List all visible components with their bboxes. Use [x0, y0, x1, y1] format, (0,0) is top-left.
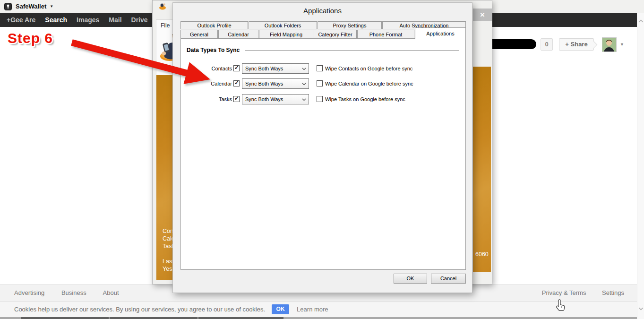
cookie-message: Cookies help us deliver our services. By…: [14, 306, 265, 313]
nav-item-gee-are[interactable]: +Gee Are: [7, 16, 35, 24]
app-orange-panel-right: 6060: [473, 67, 491, 272]
calendar-sync-mode-value: Sync Both Ways: [245, 81, 283, 86]
nav-item-search[interactable]: Search: [45, 16, 67, 24]
avatar[interactable]: [602, 37, 617, 52]
step-annotation: Step 6: [8, 30, 53, 46]
tab-proxy-settings[interactable]: Proxy Settings: [318, 21, 382, 29]
check-icon: ✓: [234, 79, 239, 86]
applications-dialog: Applications Outlook Profile Outlook Fol…: [172, 2, 472, 293]
scroll-up-icon[interactable]: [638, 19, 644, 23]
dialog-panel: Data Types To Sync Contacts ✓ Sync Both …: [180, 38, 466, 270]
tab-phone-format[interactable]: Phone Format: [357, 30, 414, 39]
cookie-learn-more-link[interactable]: Learn more: [297, 306, 328, 313]
check-icon: ✓: [234, 95, 239, 102]
footer-link-privacy-terms[interactable]: Privacy & Terms: [542, 289, 586, 296]
page-scrollbar[interactable]: [637, 13, 644, 319]
safewallet-lock-icon: [4, 3, 12, 10]
tasks-sync-mode-value: Sync Both Ways: [245, 96, 283, 102]
close-icon[interactable]: ✕: [473, 9, 492, 21]
tab-outlook-folders[interactable]: Outlook Folders: [249, 21, 317, 29]
sync-row-calendar: Calendar ✓ Sync Both Ways Wipe Calendar …: [181, 78, 465, 90]
tab-field-mapping[interactable]: Field Mapping: [259, 30, 313, 39]
share-button-label: + Share: [565, 41, 587, 48]
footer-links-right: Privacy & Terms Settings: [528, 285, 624, 302]
redacted-text-bar: [488, 39, 536, 49]
file-menu[interactable]: File: [161, 22, 170, 29]
scroll-down-icon[interactable]: [638, 307, 644, 310]
app-phone-number-fragment: 6060: [475, 251, 489, 258]
tasks-checkbox[interactable]: ✓: [233, 96, 240, 102]
nav-item-mail[interactable]: Mail: [109, 16, 121, 24]
tab-calendar[interactable]: Calendar: [218, 30, 258, 39]
chevron-down-icon[interactable]: ▼: [50, 4, 53, 9]
tasks-label: Tasks: [181, 96, 232, 102]
dialog-title: Applications: [173, 7, 472, 15]
chevron-down-icon: [302, 98, 306, 101]
footer-link-settings[interactable]: Settings: [602, 289, 624, 296]
share-button-point: [590, 41, 598, 49]
footer-link-about[interactable]: About: [103, 289, 119, 296]
tasks-sync-mode-select[interactable]: Sync Both Ways: [242, 94, 309, 104]
app-title[interactable]: SafeWallet: [16, 3, 46, 10]
tab-outlook-profile[interactable]: Outlook Profile: [180, 21, 248, 29]
cookie-ok-button[interactable]: OK: [272, 304, 289, 314]
section-divider: [245, 50, 459, 51]
calendar-sync-mode-select[interactable]: Sync Both Ways: [242, 78, 309, 89]
hand-cursor-icon: [555, 299, 567, 313]
wipe-calendar-label: Wipe Calendar on Google before sync: [325, 81, 413, 86]
share-button[interactable]: + Share: [559, 38, 594, 51]
annotation-arrow-icon: [66, 35, 217, 88]
footer-links-left: Advertising Business About: [14, 285, 134, 302]
contacts-checkbox[interactable]: ✓: [233, 65, 240, 71]
wipe-tasks-label: Wipe Tasks on Google before sync: [325, 96, 405, 102]
nav-item-drive[interactable]: Drive: [131, 16, 148, 24]
wipe-tasks-checkbox[interactable]: [317, 96, 323, 102]
chevron-down-icon: [302, 83, 306, 86]
tab-category-filter[interactable]: Category Filter: [314, 30, 357, 39]
footer-link-advertising[interactable]: Advertising: [14, 289, 44, 296]
chevron-down-icon: [302, 68, 306, 70]
footer-link-business[interactable]: Business: [61, 289, 86, 296]
cookie-consent-bar: Cookies help us deliver our services. By…: [0, 301, 644, 317]
account-chevron-icon[interactable]: ▼: [620, 42, 624, 47]
wipe-calendar-checkbox[interactable]: [317, 80, 323, 86]
wipe-contacts-label: Wipe Contacts on Google before sync: [325, 66, 412, 71]
contacts-sync-mode-value: Sync Both Ways: [245, 66, 283, 71]
notifications-button[interactable]: 0: [541, 38, 553, 51]
nav-item-images[interactable]: Images: [77, 16, 99, 24]
taskbar-sliver: [0, 317, 644, 319]
app-mini-icon: [159, 2, 166, 10]
wipe-contacts-checkbox[interactable]: [317, 65, 323, 71]
sync-row-tasks: Tasks ✓ Sync Both Ways Wipe Tasks on Goo…: [181, 94, 465, 105]
contacts-sync-mode-select[interactable]: Sync Both Ways: [242, 63, 309, 74]
cancel-button[interactable]: Cancel: [431, 274, 466, 284]
calendar-checkbox[interactable]: ✓: [233, 80, 240, 86]
sync-row-contacts: Contacts ✓ Sync Both Ways Wipe Contacts …: [181, 63, 465, 75]
tab-applications[interactable]: Applications: [415, 27, 466, 39]
ok-button[interactable]: OK: [394, 274, 427, 284]
check-icon: ✓: [234, 64, 239, 71]
